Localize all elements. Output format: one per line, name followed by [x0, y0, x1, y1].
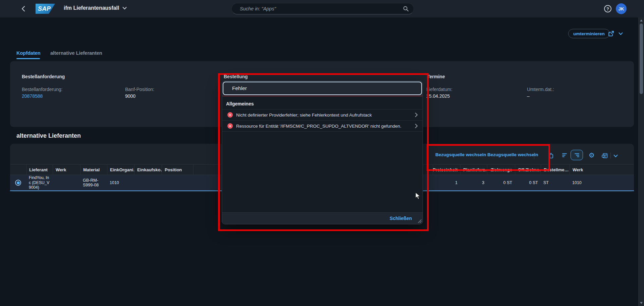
field-label-bestellanforderung: Bestellanforderung: — [22, 87, 62, 92]
active-tab-underline — [16, 58, 40, 59]
column-header-select — [10, 165, 26, 175]
sap-logo-text: SAP — [38, 5, 51, 12]
scroll-down-arrow[interactable] — [640, 302, 643, 304]
export-menu-button[interactable] — [613, 154, 618, 158]
column-header-position[interactable]: Position — [162, 165, 193, 175]
column-header-planlieferzeit[interactable]: Planlieferz… — [460, 165, 487, 175]
column-header-einkaufsko[interactable]: Einkaufsko… — [134, 165, 162, 175]
copy-button[interactable] — [547, 152, 554, 159]
avatar-initials: JK — [619, 6, 624, 11]
cell-preiseinheit: 1 — [433, 175, 460, 190]
collapse-group-button[interactable] — [558, 150, 571, 160]
cell-bestellmenge: ST — [541, 175, 570, 190]
gear-icon: ⚙ — [589, 151, 595, 159]
scroll-up-arrow[interactable] — [640, 19, 643, 21]
cell-zielmenge: 0 ST — [487, 175, 515, 190]
column-header-einkorgani[interactable]: EinkOrgani… — [107, 165, 134, 175]
avatar[interactable]: JK — [616, 3, 627, 14]
export-button[interactable] — [601, 152, 608, 159]
dialog-header: Fehler — [223, 82, 422, 95]
cell-werk — [53, 175, 80, 190]
cell-lieferant: FindYou, Inc (DESU_V9004) — [26, 175, 53, 190]
copy-icon — [547, 152, 554, 159]
toolbar-separator — [534, 152, 534, 159]
shell-bar: SAP ifm Lieferantenausfall ? JK — [0, 0, 644, 17]
cell-werk-2: 1010 — [570, 175, 634, 190]
app-title-menu[interactable]: ifm Lieferantenausfall — [64, 5, 127, 11]
shell-search[interactable] — [231, 3, 414, 14]
error-message-item[interactable]: × Nicht definierter Providerfehler; sieh… — [222, 110, 423, 121]
expand-group-icon — [574, 152, 580, 158]
close-button[interactable]: Schließen — [388, 215, 414, 221]
switch-source-button-1[interactable]: Bezugsquelle wechseln — [433, 152, 488, 158]
cell-off-zielmenge: 0 ST — [515, 175, 541, 190]
cell-einkorgani: 1010 — [107, 175, 134, 190]
chevron-down-icon — [619, 32, 623, 35]
column-header-bestellmenge[interactable]: Bestellme… — [541, 165, 570, 175]
column-header-material[interactable]: Material — [80, 165, 107, 175]
cell-einkaufsko — [134, 175, 162, 190]
chevron-down-icon — [613, 155, 618, 158]
chevron-left-icon — [21, 6, 26, 12]
switch-source-button-2[interactable]: Bezugsquelle wechseln — [485, 152, 540, 158]
column-header-lieferant[interactable]: Lieferant — [26, 165, 53, 175]
search-input[interactable] — [239, 6, 403, 12]
scrollbar-thumb[interactable] — [640, 24, 643, 94]
chevron-right-icon — [415, 113, 418, 117]
error-x-circle-icon: × — [227, 123, 233, 129]
error-dialog: Fehler Allgemeines × Nicht definierter P… — [222, 81, 423, 224]
resize-grip-icon[interactable] — [417, 218, 422, 223]
column-header-zielmenge[interactable]: Zielmenge — [487, 165, 515, 175]
app-title: ifm Lieferantenausfall — [64, 5, 119, 11]
export-to-spreadsheet-icon — [601, 152, 608, 159]
error-x-circle-icon: × — [227, 112, 233, 118]
share-button[interactable] — [607, 30, 615, 38]
error-message-text: Ressource für Entität '/IFMSCM/C_PROC_SU… — [236, 124, 412, 129]
tab-alternative-lieferanten[interactable]: alternative Lieferanten — [50, 50, 102, 56]
tab-kopfdaten[interactable]: Kopfdaten — [16, 50, 41, 56]
help-icon[interactable]: ? — [604, 5, 611, 12]
overflow-button[interactable] — [618, 31, 624, 36]
dialog-title: Fehler — [232, 85, 247, 91]
help-glyph: ? — [606, 6, 609, 11]
field-value-umterm-dat: – — [527, 93, 530, 99]
field-label-banf-position: Banf-Position: — [125, 87, 154, 92]
column-header-werk[interactable]: Werk — [53, 165, 80, 175]
share-icon — [608, 30, 614, 37]
error-message-item[interactable]: × Ressource für Entität '/IFMSCM/C_PROC_… — [222, 121, 423, 132]
field-label-umterm-dat: Umterm.dat.: — [527, 87, 554, 92]
section-title-termine: Termine — [427, 74, 445, 79]
list-title: alternative Lieferanten — [16, 132, 81, 139]
field-value-lieferdatum: 25.04.2025 — [426, 93, 450, 99]
collapse-group-icon — [562, 152, 567, 158]
expand-group-button[interactable] — [571, 150, 583, 160]
cell-planlieferzeit: 3 — [460, 175, 487, 190]
view-switch-segmented — [558, 150, 583, 160]
sap-logo[interactable]: SAP — [36, 4, 55, 14]
export-separator — [610, 152, 611, 159]
field-label-lieferdatum: Lieferdatum: — [426, 87, 452, 92]
cell-material: GB-RM-S999-08 — [80, 175, 107, 190]
reschedule-button[interactable]: umterminieren — [568, 29, 610, 38]
dialog-footer: Schließen — [222, 212, 423, 224]
row-select-cell — [10, 175, 26, 190]
dialog-group-title: Allgemeines — [222, 96, 423, 109]
app-screen: SAP ifm Lieferantenausfall ? JK umtermin… — [0, 0, 644, 306]
back-button[interactable] — [19, 5, 28, 13]
field-value-bestellanforderung-link[interactable]: 20878588 — [22, 93, 43, 99]
chevron-right-icon — [415, 124, 418, 128]
error-message-text: Nicht definierter Providerfehler; siehe … — [236, 113, 412, 118]
settings-button[interactable]: ⚙ — [588, 151, 596, 159]
section-title-bestellung: Bestellung — [224, 74, 248, 79]
search-icon[interactable] — [403, 6, 409, 12]
column-header-preiseinheit[interactable]: Preiseinheit — [433, 165, 460, 175]
column-header-werk-2[interactable]: Werk — [570, 165, 634, 175]
radio-selected[interactable] — [15, 180, 21, 186]
vertical-scrollbar[interactable] — [638, 17, 644, 306]
dialog-content: Allgemeines × Nicht definierter Provider… — [222, 96, 423, 212]
cell-position — [162, 175, 193, 190]
column-header-off-zielmenge[interactable]: Off.Zielme… — [515, 165, 541, 175]
section-title-bestellanforderung: Bestellanforderung — [22, 74, 65, 79]
field-value-banf-position: 9000 — [125, 93, 136, 99]
chevron-down-icon — [122, 7, 127, 10]
